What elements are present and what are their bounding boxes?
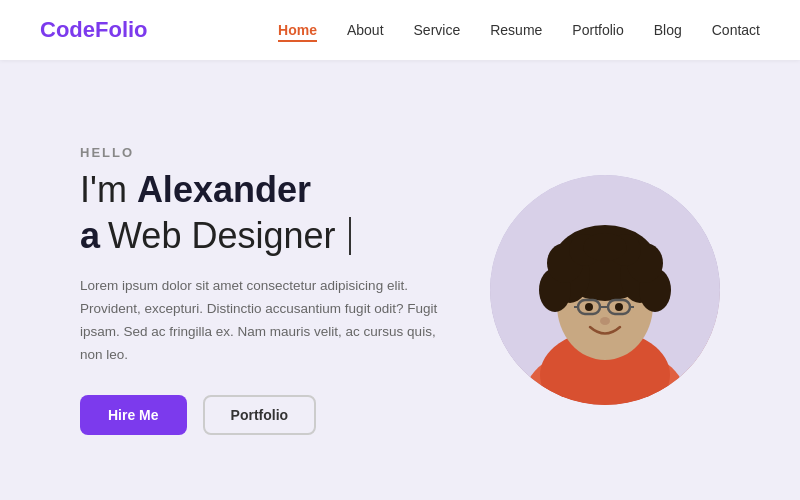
hero-avatar xyxy=(490,175,720,405)
subtitle-role: Web Designer xyxy=(108,215,335,257)
hero-image-wrapper xyxy=(490,175,720,405)
subtitle-a: a xyxy=(80,215,100,257)
hero-section: HELLO I'm Alexander a Web Designer Lorem… xyxy=(0,60,800,500)
hello-label: HELLO xyxy=(80,145,460,160)
brand-logo[interactable]: CodeFolio xyxy=(40,17,148,43)
nav-item-contact[interactable]: Contact xyxy=(712,21,760,39)
hero-buttons: Hire Me Portfolio xyxy=(80,395,460,435)
hero-subtitle: a Web Designer xyxy=(80,215,460,257)
nav-item-home[interactable]: Home xyxy=(278,21,317,39)
hire-me-button[interactable]: Hire Me xyxy=(80,395,187,435)
svg-point-22 xyxy=(600,317,610,325)
svg-point-21 xyxy=(615,303,623,311)
avatar-svg xyxy=(490,175,720,405)
nav-item-blog[interactable]: Blog xyxy=(654,21,682,39)
title-prefix: I'm xyxy=(80,169,137,210)
nav-link-about[interactable]: About xyxy=(347,22,384,38)
nav-links: Home About Service Resume Portfolio Blog… xyxy=(278,21,760,39)
nav-item-service[interactable]: Service xyxy=(414,21,461,39)
hero-content: HELLO I'm Alexander a Web Designer Lorem… xyxy=(80,145,460,435)
hero-description: Lorem ipsum dolor sit amet consectetur a… xyxy=(80,275,440,367)
svg-point-20 xyxy=(585,303,593,311)
nav-link-blog[interactable]: Blog xyxy=(654,22,682,38)
svg-point-14 xyxy=(583,233,627,261)
nav-link-resume[interactable]: Resume xyxy=(490,22,542,38)
nav-link-portfolio[interactable]: Portfolio xyxy=(572,22,623,38)
hero-title: I'm Alexander xyxy=(80,168,460,211)
nav-item-about[interactable]: About xyxy=(347,21,384,39)
nav-link-service[interactable]: Service xyxy=(414,22,461,38)
cursor-blink xyxy=(349,217,351,255)
hero-name: Alexander xyxy=(137,169,311,210)
portfolio-button[interactable]: Portfolio xyxy=(203,395,317,435)
nav-item-resume[interactable]: Resume xyxy=(490,21,542,39)
nav-link-home[interactable]: Home xyxy=(278,22,317,38)
navbar: CodeFolio Home About Service Resume Port… xyxy=(0,0,800,60)
nav-item-portfolio[interactable]: Portfolio xyxy=(572,21,623,39)
nav-link-contact[interactable]: Contact xyxy=(712,22,760,38)
